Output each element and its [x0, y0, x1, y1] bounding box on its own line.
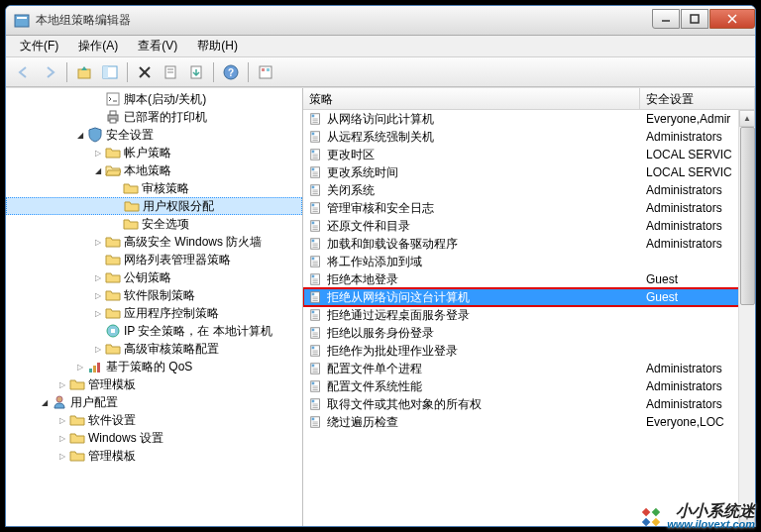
- expand-icon[interactable]: ▷: [55, 431, 69, 445]
- tree-node[interactable]: ▷基于策略的 QoS: [6, 358, 302, 375]
- folder-c-icon: [105, 252, 121, 267]
- tree-node[interactable]: ▷公钥策略: [6, 268, 302, 286]
- export-button[interactable]: [184, 60, 208, 84]
- expand-icon[interactable]: ▷: [91, 270, 105, 284]
- list-header: 策略 安全设置: [303, 88, 755, 110]
- up-button[interactable]: [72, 60, 96, 84]
- tree-node[interactable]: ▷管理模板: [6, 447, 302, 465]
- policy-cell: 配置文件系统性能: [303, 378, 640, 395]
- collapse-icon[interactable]: ◢: [91, 163, 105, 177]
- expand-icon[interactable]: ▷: [91, 306, 105, 320]
- list-row[interactable]: 拒绝作为批处理作业登录: [303, 342, 755, 360]
- menu-file[interactable]: 文件(F): [10, 36, 68, 56]
- tree-node[interactable]: ◢安全设置: [6, 126, 302, 144]
- svg-rect-27: [93, 366, 96, 372]
- tree-node[interactable]: ◢用户配置: [6, 393, 302, 411]
- list-pane: 策略 安全设置 从网络访问此计算机Everyone,Admir从远程系统强制关机…: [303, 88, 755, 526]
- list-body[interactable]: 从网络访问此计算机Everyone,Admir从远程系统强制关机Administ…: [303, 110, 755, 526]
- folder-c-icon: [105, 341, 121, 357]
- folder-c-icon: [105, 287, 121, 303]
- tree-node[interactable]: ◢本地策略: [6, 161, 302, 179]
- tree-node[interactable]: 用户权限分配: [6, 197, 302, 215]
- tree-node[interactable]: ▷帐户策略: [6, 144, 302, 161]
- list-row[interactable]: 从网络访问此计算机Everyone,Admir: [303, 110, 755, 128]
- list-row[interactable]: 更改时区LOCAL SERVIC: [303, 146, 755, 163]
- expand-icon[interactable]: ▷: [55, 413, 69, 427]
- svg-rect-3: [691, 15, 699, 23]
- tree-node[interactable]: ▷高级审核策略配置: [6, 340, 302, 358]
- list-row[interactable]: 拒绝从网络访问这台计算机Guest: [303, 288, 755, 306]
- list-row[interactable]: 拒绝本地登录Guest: [303, 270, 755, 288]
- tree-node[interactable]: ▷管理模板: [6, 375, 302, 393]
- svg-rect-25: [111, 329, 115, 333]
- tree-node[interactable]: ▷高级安全 Windows 防火墙: [6, 233, 302, 251]
- tree-node[interactable]: ▷应用程序控制策略: [6, 304, 302, 322]
- menu-action[interactable]: 操作(A): [68, 36, 128, 56]
- list-row[interactable]: 更改系统时间LOCAL SERVIC: [303, 163, 755, 181]
- expand-icon[interactable]: ▷: [55, 377, 69, 391]
- list-row[interactable]: 配置文件单个进程Administrators: [303, 360, 755, 377]
- list-row[interactable]: 关闭系统Administrators: [303, 181, 755, 199]
- show-hide-tree-button[interactable]: [98, 60, 122, 84]
- tree-node[interactable]: 网络列表管理器策略: [6, 251, 302, 268]
- list-row[interactable]: 还原文件和目录Administrators: [303, 217, 755, 235]
- policy-icon: [309, 362, 323, 375]
- filter-button[interactable]: [254, 60, 277, 84]
- toolbar: ?: [6, 57, 755, 87]
- list-row[interactable]: 拒绝以服务身份登录: [303, 324, 755, 342]
- expand-icon[interactable]: ▷: [55, 449, 69, 463]
- back-button[interactable]: [12, 60, 36, 84]
- list-row[interactable]: 管理审核和安全日志Administrators: [303, 199, 755, 217]
- folder-c-icon: [124, 198, 140, 214]
- menu-view[interactable]: 查看(V): [128, 36, 187, 56]
- tree-node[interactable]: 脚本(启动/关机): [6, 90, 302, 108]
- folder-c-icon: [123, 216, 139, 232]
- col-policy[interactable]: 策略: [303, 88, 640, 109]
- tree-node[interactable]: ▷软件限制策略: [6, 286, 302, 304]
- policy-name: 拒绝作为批处理作业登录: [327, 343, 458, 360]
- list-row[interactable]: 将工作站添加到域: [303, 253, 755, 270]
- tree-node[interactable]: IP 安全策略，在 本地计算机: [6, 322, 302, 340]
- policy-icon: [309, 130, 323, 144]
- minimize-button[interactable]: [652, 9, 680, 29]
- svg-rect-81: [312, 293, 315, 296]
- collapse-icon[interactable]: ◢: [38, 395, 52, 409]
- tree-node[interactable]: 安全选项: [6, 215, 302, 233]
- list-row[interactable]: 配置文件系统性能Administrators: [303, 377, 755, 395]
- list-row[interactable]: 加载和卸载设备驱动程序Administrators: [303, 235, 755, 253]
- help-button[interactable]: ?: [219, 60, 243, 84]
- policy-cell: 拒绝通过远程桌面服务登录: [303, 307, 640, 324]
- tree-node[interactable]: ▷软件设置: [6, 411, 302, 429]
- expand-icon[interactable]: ▷: [73, 360, 87, 373]
- list-row[interactable]: 从远程系统强制关机Administrators: [303, 128, 755, 146]
- expand-icon[interactable]: ▷: [91, 342, 105, 356]
- tree-node[interactable]: ▷Windows 设置: [6, 429, 302, 447]
- svg-rect-56: [312, 204, 315, 207]
- close-button[interactable]: [709, 9, 755, 29]
- tree-pane[interactable]: 脚本(启动/关机)已部署的打印机◢安全设置▷帐户策略◢本地策略审核策略用户权限分…: [6, 88, 303, 526]
- collapse-icon[interactable]: ◢: [73, 128, 87, 142]
- expand-icon[interactable]: ▷: [91, 146, 105, 160]
- properties-button[interactable]: [159, 60, 182, 84]
- policy-icon: [309, 308, 323, 322]
- menu-help[interactable]: 帮助(H): [187, 36, 248, 56]
- expand-icon[interactable]: ▷: [91, 288, 105, 302]
- svg-rect-120: [652, 507, 660, 515]
- policy-icon: [309, 397, 323, 411]
- col-security-setting[interactable]: 安全设置: [640, 88, 755, 109]
- tree-node-label: 已部署的打印机: [124, 109, 207, 126]
- vertical-scrollbar[interactable]: ▲ ▼: [738, 110, 755, 526]
- expand-icon[interactable]: ▷: [91, 235, 105, 249]
- list-row[interactable]: 拒绝通过远程桌面服务登录: [303, 306, 755, 324]
- list-row[interactable]: 取得文件或其他对象的所有权Administrators: [303, 395, 755, 413]
- qos-icon: [87, 359, 103, 374]
- svg-rect-101: [312, 365, 315, 368]
- scroll-up-button[interactable]: ▲: [739, 110, 755, 127]
- maximize-button[interactable]: [681, 9, 708, 29]
- tree-node[interactable]: 已部署的打印机: [6, 108, 302, 126]
- list-row[interactable]: 绕过遍历检查Everyone,LOC: [303, 413, 755, 431]
- forward-button[interactable]: [38, 60, 61, 84]
- delete-button[interactable]: [133, 60, 157, 84]
- scroll-thumb[interactable]: [740, 127, 755, 305]
- tree-node[interactable]: 审核策略: [6, 179, 302, 197]
